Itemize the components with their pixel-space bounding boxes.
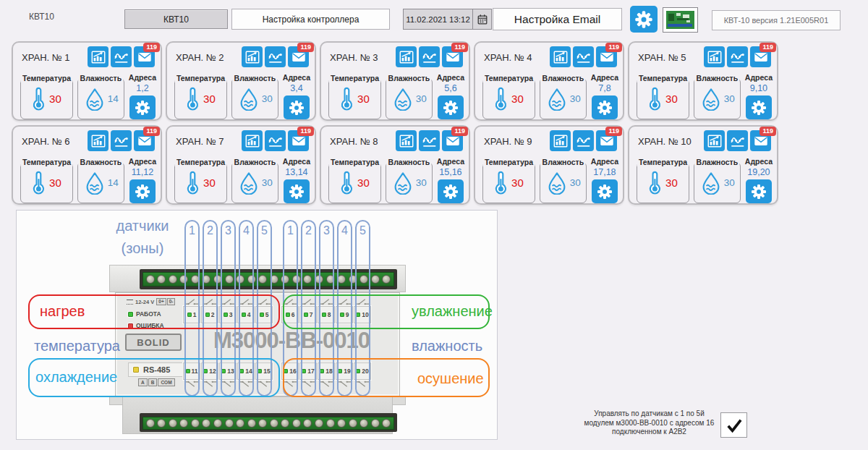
controller-settings-button[interactable]: Настройка контроллера bbox=[231, 9, 390, 30]
line-chart-icon bbox=[730, 49, 746, 65]
addresses-value: 15,16 bbox=[439, 167, 461, 177]
temperature-value: 30 bbox=[49, 177, 61, 189]
email-alert-button[interactable]: 119 bbox=[596, 130, 617, 151]
water-drop-icon bbox=[391, 88, 414, 111]
drying-label: осушение bbox=[417, 370, 484, 387]
addresses-group: Адреса 13,14 bbox=[283, 157, 310, 203]
email-alert-button[interactable]: 119 bbox=[288, 130, 309, 151]
control-checkbox[interactable] bbox=[720, 412, 747, 438]
trend-chart-button[interactable] bbox=[573, 46, 594, 67]
humidity-label: Влажность bbox=[695, 74, 740, 82]
trend-chart-button[interactable] bbox=[265, 130, 286, 151]
humidity-value: 30 bbox=[724, 93, 735, 104]
global-settings-button[interactable] bbox=[630, 6, 658, 33]
trend-chart-button[interactable] bbox=[727, 130, 748, 151]
temperature-value: 30 bbox=[511, 93, 524, 105]
temperature-group: Температура 30 bbox=[328, 162, 381, 203]
run-led-label: РАБОТА bbox=[136, 310, 161, 318]
water-drop-icon bbox=[699, 88, 723, 111]
storage-settings-button[interactable] bbox=[592, 179, 618, 203]
temperature-label: Температура bbox=[637, 158, 689, 166]
storage-card: ХРАН. № 3 bbox=[320, 41, 470, 121]
addresses-label: Адреса bbox=[437, 157, 464, 166]
addresses-label: Адреса bbox=[129, 73, 156, 82]
statistics-button[interactable] bbox=[704, 130, 725, 151]
storage-settings-button[interactable] bbox=[746, 95, 772, 119]
email-alert-button[interactable]: 119 bbox=[750, 130, 771, 151]
temperature-label: Температура bbox=[21, 74, 72, 82]
trend-chart-button[interactable] bbox=[727, 46, 748, 67]
email-alert-button[interactable]: 119 bbox=[134, 46, 155, 67]
storage-card: ХРАН. № 10 bbox=[628, 125, 778, 205]
card-body: Температура 30 Влажность 14 bbox=[20, 158, 156, 203]
email-alert-button[interactable]: 119 bbox=[288, 46, 309, 67]
temperature-label: Температура bbox=[483, 158, 535, 166]
storage-settings-button[interactable] bbox=[129, 95, 156, 119]
temperature-group: Температура 30 bbox=[637, 162, 689, 203]
gear-icon bbox=[634, 9, 654, 30]
email-settings-button[interactable]: Настройка Email bbox=[493, 8, 622, 30]
gear-icon bbox=[288, 183, 305, 200]
addresses-value: 7,8 bbox=[598, 83, 610, 93]
humidity-value: 14 bbox=[108, 177, 119, 188]
water-drop-icon bbox=[545, 88, 569, 111]
storage-settings-button[interactable] bbox=[284, 179, 310, 203]
card-body: Температура 30 Влажность 30 bbox=[174, 75, 310, 119]
statistics-button[interactable] bbox=[88, 46, 109, 67]
error-led-label: ОШИБКА bbox=[136, 322, 164, 329]
statistics-button[interactable] bbox=[396, 130, 417, 151]
addresses-group: Адреса 19,20 bbox=[745, 157, 773, 203]
storage-settings-button[interactable] bbox=[592, 95, 618, 119]
water-drop-icon bbox=[391, 171, 414, 195]
addresses-value: 17,18 bbox=[593, 167, 616, 177]
trend-chart-button[interactable] bbox=[419, 46, 440, 67]
storage-card: ХРАН. № 5 bbox=[628, 41, 778, 121]
email-alert-button[interactable]: 119 bbox=[442, 130, 463, 151]
trend-chart-button[interactable] bbox=[573, 130, 594, 151]
humidity-value: 30 bbox=[416, 93, 427, 104]
storage-settings-button[interactable] bbox=[438, 179, 464, 203]
statistics-button[interactable] bbox=[704, 46, 725, 67]
storage-settings-button[interactable] bbox=[438, 95, 464, 119]
email-alert-button[interactable]: 119 bbox=[134, 130, 155, 151]
statistics-button[interactable] bbox=[242, 46, 263, 67]
statistics-button[interactable] bbox=[396, 46, 417, 67]
email-alert-button[interactable]: 119 bbox=[750, 46, 771, 67]
temperature-label: Температура bbox=[21, 158, 72, 166]
heating-label: нагрев bbox=[40, 303, 85, 320]
bar-chart-icon bbox=[553, 49, 569, 65]
card-title: ХРАН. № 10 bbox=[638, 136, 692, 147]
line-chart-icon bbox=[114, 133, 129, 149]
statistics-button[interactable] bbox=[550, 130, 571, 151]
statistics-button[interactable] bbox=[88, 130, 109, 151]
addresses-label: Адреса bbox=[129, 157, 156, 166]
storage-card: ХРАН. № 6 bbox=[12, 125, 162, 205]
card-body: Температура 30 Влажность 30 bbox=[637, 158, 773, 203]
alert-count-badge: 119 bbox=[451, 43, 468, 52]
humidity-label: Влажность bbox=[387, 158, 432, 166]
calendar-button[interactable] bbox=[472, 9, 491, 29]
storage-settings-button[interactable] bbox=[746, 179, 772, 203]
trend-chart-button[interactable] bbox=[111, 130, 132, 151]
email-alert-button[interactable]: 119 bbox=[596, 46, 617, 67]
humidity-value: 30 bbox=[570, 93, 581, 104]
control-note-line: подключенном к А2В2 bbox=[579, 428, 720, 437]
storage-settings-button[interactable] bbox=[129, 179, 156, 203]
trend-chart-button[interactable] bbox=[111, 46, 132, 67]
card-icons: 119 bbox=[242, 130, 309, 151]
trend-chart-button[interactable] bbox=[419, 130, 440, 151]
error-led bbox=[128, 323, 133, 328]
storage-settings-button[interactable] bbox=[284, 95, 310, 119]
addresses-value: 13,14 bbox=[285, 167, 307, 177]
pcb-image bbox=[666, 11, 694, 29]
trend-chart-button[interactable] bbox=[265, 46, 286, 67]
statistics-button[interactable] bbox=[550, 46, 571, 67]
statistics-button[interactable] bbox=[242, 130, 263, 151]
addresses-group: Адреса 7,8 bbox=[591, 73, 618, 119]
humidity-label: Влажность bbox=[233, 158, 278, 166]
alert-count-badge: 119 bbox=[143, 43, 160, 52]
device-tab-button[interactable]: КВТ10 bbox=[124, 9, 228, 29]
card-body: Температура 30 Влажность 30 bbox=[482, 75, 618, 119]
email-alert-button[interactable]: 119 bbox=[442, 46, 463, 67]
alert-count-badge: 119 bbox=[760, 43, 776, 52]
